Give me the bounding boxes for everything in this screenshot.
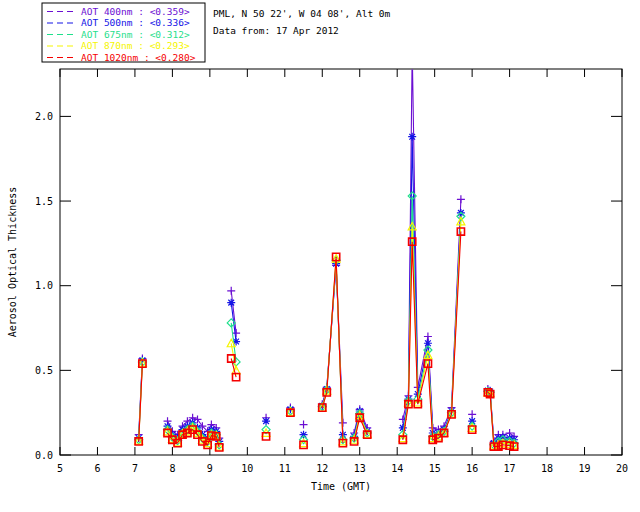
- x-tick-label: 16: [466, 463, 478, 474]
- y-tick-label: 2.0: [35, 111, 53, 122]
- y-tick-label: 0.0: [35, 450, 53, 461]
- legend-label: AOT 400nm : <0.359>: [81, 6, 190, 17]
- legend-label: AOT 500nm : <0.336>: [81, 17, 190, 28]
- y-axis-title: Aerosol Optical Thickness: [7, 187, 18, 338]
- x-tick-label: 13: [354, 463, 366, 474]
- y-tick-label: 1.5: [35, 196, 53, 207]
- station-title: PML, N 50 22', W 04 08', Alt 0m: [213, 8, 391, 19]
- series-line-aot-870nm: [139, 221, 514, 446]
- y-tick-label: 0.5: [35, 365, 53, 376]
- aot-time-series-chart: 5678910111213141516171819200.00.51.01.52…: [0, 0, 640, 512]
- axis-ticks: 5678910111213141516171819200.00.51.01.52…: [35, 69, 628, 474]
- x-tick-label: 8: [169, 463, 175, 474]
- data-series-group: [135, 45, 518, 451]
- legend-label: AOT 675nm : <0.312>: [81, 29, 190, 40]
- x-tick-label: 20: [616, 463, 628, 474]
- x-tick-label: 14: [391, 463, 403, 474]
- x-tick-label: 11: [279, 463, 291, 474]
- y-tick-label: 1.0: [35, 280, 53, 291]
- x-tick-label: 9: [207, 463, 213, 474]
- date-subtitle: Data from: 17 Apr 2012: [213, 25, 339, 36]
- series-symbols-aot-500nm: [135, 133, 518, 447]
- x-tick-label: 17: [504, 463, 516, 474]
- x-tick-label: 6: [94, 463, 100, 474]
- legend-label: AOT 870nm : <0.293>: [81, 40, 190, 51]
- x-tick-label: 15: [429, 463, 441, 474]
- legend-box: AOT 400nm : <0.359>AOT 500nm : <0.336>AO…: [42, 3, 205, 63]
- x-tick-label: 5: [57, 463, 63, 474]
- x-tick-label: 7: [132, 463, 138, 474]
- x-tick-label: 12: [316, 463, 328, 474]
- x-tick-label: 18: [541, 463, 553, 474]
- x-tick-label: 10: [241, 463, 253, 474]
- aot-plot-page: 5678910111213141516171819200.00.51.01.52…: [0, 0, 640, 512]
- series-line-aot-400nm: [139, 49, 514, 442]
- legend-label: AOT 1020nm : <0.280>: [81, 52, 196, 63]
- x-axis-title: Time (GMT): [311, 481, 371, 492]
- x-tick-label: 19: [579, 463, 591, 474]
